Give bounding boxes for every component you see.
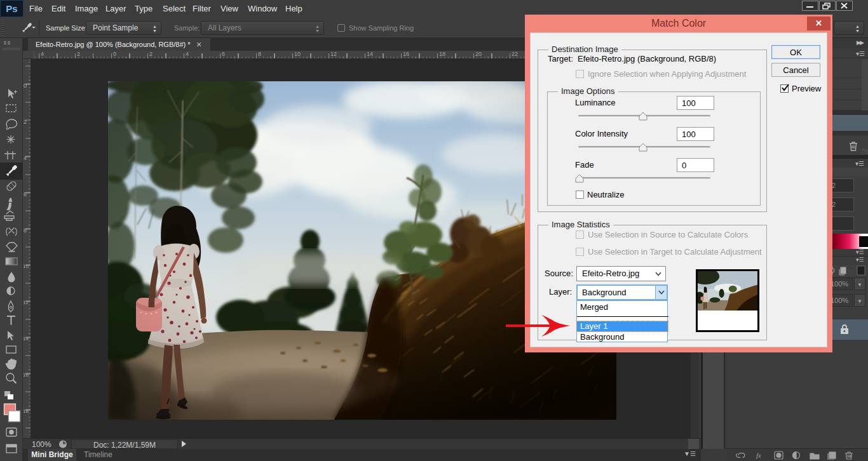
svg-text:fx: fx [756,451,761,459]
